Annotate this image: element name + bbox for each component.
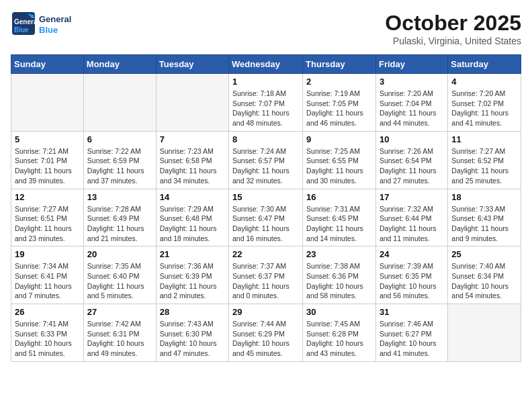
calendar-cell: 12Sunrise: 7:27 AMSunset: 6:51 PMDayligh…: [11, 189, 84, 246]
day-number: 7: [160, 134, 225, 144]
day-number: 4: [451, 77, 517, 87]
calendar-cell: 9Sunrise: 7:25 AMSunset: 6:55 PMDaylight…: [303, 131, 376, 189]
calendar-table: SundayMondayTuesdayWednesdayThursdayFrid…: [11, 54, 521, 362]
calendar-cell: 20Sunrise: 7:35 AMSunset: 6:40 PMDayligh…: [83, 246, 156, 304]
calendar-cell: 5Sunrise: 7:21 AMSunset: 7:01 PMDaylight…: [11, 131, 84, 189]
weekday-header: Saturday: [448, 55, 521, 74]
day-info: Sunrise: 7:23 AMSunset: 6:58 PMDaylight:…: [160, 146, 225, 186]
day-number: 6: [87, 134, 152, 144]
day-number: 14: [160, 192, 225, 202]
day-info: Sunrise: 7:37 AMSunset: 6:37 PMDaylight:…: [232, 261, 299, 301]
day-number: 3: [380, 77, 444, 87]
day-number: 17: [380, 192, 444, 202]
day-info: Sunrise: 7:36 AMSunset: 6:39 PMDaylight:…: [160, 261, 225, 301]
week-row: 19Sunrise: 7:34 AMSunset: 6:41 PMDayligh…: [11, 246, 521, 304]
day-number: 2: [306, 77, 372, 87]
day-number: 8: [232, 134, 299, 144]
day-number: 5: [15, 134, 80, 144]
calendar-cell: 13Sunrise: 7:28 AMSunset: 6:49 PMDayligh…: [83, 189, 156, 246]
day-info: Sunrise: 7:32 AMSunset: 6:44 PMDaylight:…: [380, 204, 444, 244]
calendar-cell: 6Sunrise: 7:22 AMSunset: 6:59 PMDaylight…: [83, 131, 156, 189]
calendar-cell: 30Sunrise: 7:45 AMSunset: 6:28 PMDayligh…: [303, 304, 376, 362]
calendar-cell: 18Sunrise: 7:33 AMSunset: 6:43 PMDayligh…: [448, 189, 521, 246]
title-block: October 2025 Pulaski, Virginia, United S…: [385, 11, 521, 46]
day-number: 13: [87, 192, 152, 202]
weekday-header: Thursday: [303, 55, 376, 74]
day-number: 12: [15, 192, 80, 202]
day-number: 21: [160, 249, 225, 259]
day-info: Sunrise: 7:27 AMSunset: 6:52 PMDaylight:…: [451, 146, 517, 186]
calendar-cell: [156, 74, 228, 132]
calendar-cell: 25Sunrise: 7:40 AMSunset: 6:34 PMDayligh…: [448, 246, 521, 304]
day-number: 22: [232, 249, 299, 259]
day-info: Sunrise: 7:26 AMSunset: 6:54 PMDaylight:…: [380, 146, 444, 186]
day-number: 10: [380, 134, 444, 144]
day-info: Sunrise: 7:41 AMSunset: 6:33 PMDaylight:…: [15, 319, 80, 359]
calendar-cell: 22Sunrise: 7:37 AMSunset: 6:37 PMDayligh…: [229, 246, 303, 304]
day-info: Sunrise: 7:22 AMSunset: 6:59 PMDaylight:…: [87, 146, 152, 186]
weekday-header: Sunday: [11, 55, 84, 74]
calendar-cell: 19Sunrise: 7:34 AMSunset: 6:41 PMDayligh…: [11, 246, 84, 304]
calendar-cell: 23Sunrise: 7:38 AMSunset: 6:36 PMDayligh…: [303, 246, 376, 304]
day-info: Sunrise: 7:46 AMSunset: 6:27 PMDaylight:…: [380, 319, 444, 359]
calendar-cell: 11Sunrise: 7:27 AMSunset: 6:52 PMDayligh…: [448, 131, 521, 189]
weekday-header: Wednesday: [229, 55, 303, 74]
day-info: Sunrise: 7:20 AMSunset: 7:04 PMDaylight:…: [380, 89, 444, 128]
calendar-cell: [11, 74, 84, 132]
weekday-header-row: SundayMondayTuesdayWednesdayThursdayFrid…: [11, 55, 521, 74]
week-row: 26Sunrise: 7:41 AMSunset: 6:33 PMDayligh…: [11, 304, 521, 362]
day-info: Sunrise: 7:18 AMSunset: 7:07 PMDaylight:…: [232, 89, 299, 128]
day-info: Sunrise: 7:42 AMSunset: 6:31 PMDaylight:…: [87, 319, 152, 359]
day-info: Sunrise: 7:40 AMSunset: 6:34 PMDaylight:…: [451, 261, 517, 301]
calendar-cell: 8Sunrise: 7:24 AMSunset: 6:57 PMDaylight…: [229, 131, 303, 189]
calendar-cell: 21Sunrise: 7:36 AMSunset: 6:39 PMDayligh…: [156, 246, 228, 304]
day-info: Sunrise: 7:34 AMSunset: 6:41 PMDaylight:…: [15, 261, 80, 301]
calendar-cell: 3Sunrise: 7:20 AMSunset: 7:04 PMDaylight…: [375, 74, 447, 132]
calendar-cell: 2Sunrise: 7:19 AMSunset: 7:05 PMDaylight…: [303, 74, 376, 132]
day-info: Sunrise: 7:20 AMSunset: 7:02 PMDaylight:…: [451, 89, 517, 128]
day-info: Sunrise: 7:38 AMSunset: 6:36 PMDaylight:…: [306, 261, 372, 301]
month-title: October 2025: [385, 11, 521, 36]
day-number: 1: [232, 77, 299, 87]
day-number: 11: [451, 134, 517, 144]
day-number: 23: [306, 249, 372, 259]
day-info: Sunrise: 7:31 AMSunset: 6:45 PMDaylight:…: [306, 204, 372, 244]
day-info: Sunrise: 7:43 AMSunset: 6:30 PMDaylight:…: [160, 319, 225, 359]
day-number: 26: [15, 307, 80, 317]
logo: General Blue General Blue: [11, 11, 71, 39]
day-info: Sunrise: 7:19 AMSunset: 7:05 PMDaylight:…: [306, 89, 372, 128]
calendar-cell: 31Sunrise: 7:46 AMSunset: 6:27 PMDayligh…: [375, 304, 447, 362]
logo-general: General: [39, 14, 71, 25]
day-number: 24: [380, 249, 444, 259]
calendar-cell: [83, 74, 156, 132]
calendar-cell: 24Sunrise: 7:39 AMSunset: 6:35 PMDayligh…: [375, 246, 447, 304]
day-info: Sunrise: 7:44 AMSunset: 6:29 PMDaylight:…: [232, 319, 299, 359]
day-info: Sunrise: 7:35 AMSunset: 6:40 PMDaylight:…: [87, 261, 152, 301]
day-number: 20: [87, 249, 152, 259]
svg-text:General: General: [14, 18, 36, 26]
calendar-cell: 4Sunrise: 7:20 AMSunset: 7:02 PMDaylight…: [448, 74, 521, 132]
day-number: 27: [87, 307, 152, 317]
location: Pulaski, Virginia, United States: [385, 36, 521, 46]
day-number: 16: [306, 192, 372, 202]
logo-blue: Blue: [39, 25, 71, 36]
day-number: 19: [15, 249, 80, 259]
day-info: Sunrise: 7:25 AMSunset: 6:55 PMDaylight:…: [306, 146, 372, 186]
weekday-header: Tuesday: [156, 55, 228, 74]
calendar-cell: 26Sunrise: 7:41 AMSunset: 6:33 PMDayligh…: [11, 304, 84, 362]
day-info: Sunrise: 7:39 AMSunset: 6:35 PMDaylight:…: [380, 261, 444, 301]
calendar-cell: 28Sunrise: 7:43 AMSunset: 6:30 PMDayligh…: [156, 304, 228, 362]
day-number: 31: [380, 307, 444, 317]
day-info: Sunrise: 7:21 AMSunset: 7:01 PMDaylight:…: [15, 146, 80, 186]
calendar-cell: 17Sunrise: 7:32 AMSunset: 6:44 PMDayligh…: [375, 189, 447, 246]
calendar-cell: 27Sunrise: 7:42 AMSunset: 6:31 PMDayligh…: [83, 304, 156, 362]
day-info: Sunrise: 7:24 AMSunset: 6:57 PMDaylight:…: [232, 146, 299, 186]
calendar-cell: [448, 304, 521, 362]
day-info: Sunrise: 7:27 AMSunset: 6:51 PMDaylight:…: [15, 204, 80, 244]
day-number: 18: [451, 192, 517, 202]
day-number: 9: [306, 134, 372, 144]
calendar-cell: 15Sunrise: 7:30 AMSunset: 6:47 PMDayligh…: [229, 189, 303, 246]
day-number: 15: [232, 192, 299, 202]
week-row: 12Sunrise: 7:27 AMSunset: 6:51 PMDayligh…: [11, 189, 521, 246]
calendar-cell: 10Sunrise: 7:26 AMSunset: 6:54 PMDayligh…: [375, 131, 447, 189]
